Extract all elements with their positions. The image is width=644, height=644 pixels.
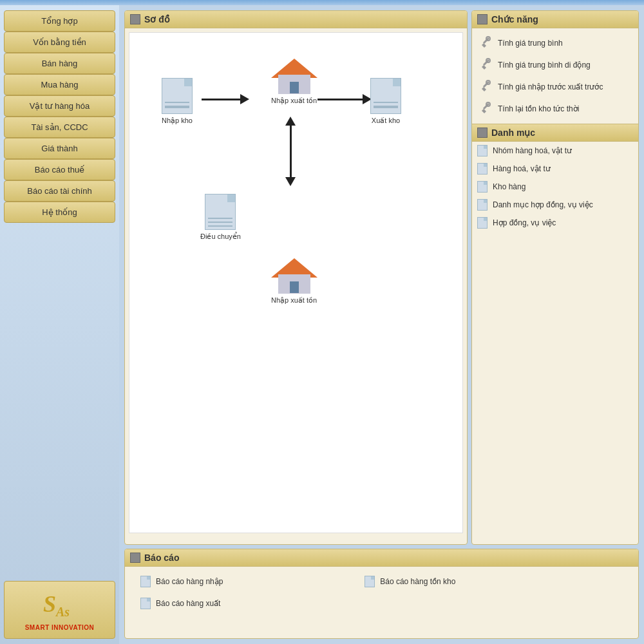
- sodo-icon: [130, 14, 140, 24]
- sidebar-item-tong-hop[interactable]: Tổng hợp: [4, 10, 115, 32]
- arrow-line-2: [317, 99, 363, 100]
- sidebar-item-mua-hang[interactable]: Mua hàng: [4, 74, 115, 95]
- tool-icon: [480, 36, 493, 50]
- sidebar-item-ban-hang[interactable]: Bán hàng: [4, 53, 115, 74]
- svg-marker-10: [482, 43, 486, 48]
- house-body-top: [278, 75, 310, 94]
- danh-muc-title: Danh mục: [491, 128, 535, 138]
- tool-icon: [480, 58, 493, 72]
- tool-icon: [480, 102, 493, 116]
- svg-rect-5: [136, 20, 139, 23]
- svg-rect-23: [483, 129, 486, 132]
- nhap-xuat-ton-bottom-icon: [275, 258, 314, 294]
- svg-rect-9: [483, 20, 486, 23]
- house-body-bottom: [278, 274, 310, 294]
- danh-muc-item[interactable]: Danh mục hợp đồng, vụ việc: [472, 196, 638, 214]
- svg-rect-2: [131, 15, 135, 19]
- sodo-diagram: Nhập kho: [129, 32, 463, 533]
- chuc-nang-item[interactable]: Tính giá nhập trước xuất trước: [475, 76, 636, 98]
- content-area: Sơ đồ Nhập kho: [119, 5, 644, 644]
- svg-rect-4: [131, 20, 135, 23]
- nhap-xuat-ton-top-node[interactable]: Nhập xuất tồn: [271, 59, 317, 105]
- chuc-nang-header: Chức năng: [472, 11, 638, 28]
- chuc-nang-label: Tính giá trung bình: [498, 39, 563, 48]
- svg-rect-3: [136, 15, 139, 19]
- chuc-nang-icon: [477, 14, 488, 24]
- logo-text: SMART INNOVATION: [25, 624, 95, 631]
- bao-cao-item-label: Báo cáo hàng nhập: [156, 577, 223, 586]
- bao-cao-item-label: Báo cáo hàng tồn kho: [380, 577, 455, 586]
- arrow-vertical: [285, 117, 296, 186]
- chuc-nang-panel: Chức năng Tính giá trung bìnhTính giá tr…: [471, 10, 639, 545]
- bao-cao-header: Báo cáo: [125, 549, 638, 567]
- sidebar-item-von-bang-tien[interactable]: Vốn bằng tiền: [4, 32, 115, 53]
- sodo-title: Sơ đồ: [144, 14, 170, 24]
- bao-cao-doc-icon: [365, 576, 375, 587]
- doc-small-icon: [477, 145, 488, 156]
- arrow-2: [317, 94, 372, 104]
- arrow-line-1: [202, 99, 240, 100]
- house-door-top: [290, 82, 299, 93]
- chuc-nang-item[interactable]: Tính giá trung bình: [475, 32, 636, 54]
- nhap-kho-label: Nhập kho: [162, 117, 193, 125]
- bao-cao-item[interactable]: Báo cáo hàng xuất: [135, 594, 357, 613]
- danh-muc-item[interactable]: Hợp đồng, vụ việc: [472, 214, 638, 232]
- danh-muc-item[interactable]: Hàng hoá, vật tư: [472, 160, 638, 178]
- sidebar-item-tai-san-ccdc[interactable]: Tài sản, CCDC: [4, 117, 115, 138]
- bao-cao-item[interactable]: Báo cáo hàng tồn kho: [359, 572, 581, 591]
- svg-rect-24: [478, 133, 482, 137]
- bao-cao-panel: Báo cáo Báo cáo hàng nhậpBáo cáo hàng tồ…: [124, 549, 639, 639]
- arrow-1: [202, 94, 249, 104]
- svg-rect-22: [478, 129, 482, 132]
- chuc-nang-label: Tính giá trung bình di động: [498, 61, 591, 70]
- svg-rect-6: [478, 15, 482, 19]
- svg-rect-7: [483, 15, 486, 19]
- xuat-kho-label: Xuất kho: [372, 117, 400, 125]
- dieu-chuyen-node[interactable]: Điều chuyển: [200, 194, 241, 241]
- bao-cao-doc-icon: [140, 576, 151, 587]
- bao-cao-doc-icon: [140, 598, 151, 609]
- danh-muc-content: Nhóm hàng hoá, vật tưHàng hoá, vật tưKho…: [472, 142, 638, 232]
- svg-rect-27: [131, 557, 139, 559]
- sidebar: Tổng hợpVốn bằng tiềnBán hàngMua hàngVật…: [0, 5, 119, 644]
- sidebar-item-bao-cao-tai-chinh[interactable]: Báo cáo tài chính: [4, 180, 115, 202]
- tool-icon: [480, 80, 493, 94]
- chuc-nang-item[interactable]: Tính giá trung bình di động: [475, 54, 636, 76]
- main-layout: Tổng hợpVốn bằng tiềnBán hàngMua hàngVật…: [0, 5, 644, 644]
- nhap-xuat-ton-top-label: Nhập xuất tồn: [271, 97, 317, 105]
- arrow-head-down: [285, 177, 296, 186]
- svg-marker-16: [482, 87, 486, 91]
- logo-area: S As SMART INNOVATION: [4, 581, 115, 639]
- xuat-kho-node[interactable]: Xuất kho: [370, 78, 401, 125]
- dieu-chuyen-label: Điều chuyển: [200, 232, 241, 241]
- chuc-nang-item[interactable]: Tính lại tồn kho tức thời: [475, 98, 636, 120]
- dieu-chuyen-icon: [205, 194, 236, 230]
- svg-marker-13: [482, 65, 486, 70]
- svg-rect-25: [483, 133, 486, 137]
- sidebar-item-bao-cao-thue[interactable]: Báo cáo thuế: [4, 159, 115, 180]
- chuc-nang-title: Chức năng: [491, 14, 538, 24]
- danh-muc-icon: [477, 128, 488, 138]
- svg-text:As: As: [55, 605, 70, 618]
- bao-cao-title: Báo cáo: [144, 553, 179, 563]
- danh-muc-item[interactable]: Nhóm hàng hoá, vật tư: [472, 142, 638, 160]
- danh-muc-label: Kho hàng: [493, 182, 526, 191]
- sidebar-item-he-thong[interactable]: Hệ thống: [4, 202, 115, 223]
- diagram: Nhập kho: [142, 46, 450, 520]
- nhap-xuat-ton-bottom-node[interactable]: Nhập xuất tồn: [271, 258, 317, 305]
- sidebar-item-gia-thanh[interactable]: Giá thành: [4, 138, 115, 159]
- chuc-nang-content: Tính giá trung bìnhTính giá trung bình d…: [472, 28, 638, 124]
- sidebar-item-vat-tu-hang-hoa[interactable]: Vật tư hàng hóa: [4, 95, 115, 117]
- danh-muc-item[interactable]: Kho hàng: [472, 178, 638, 196]
- doc-small-icon: [477, 181, 488, 193]
- nhap-kho-icon: [162, 78, 193, 114]
- bao-cao-item[interactable]: Báo cáo hàng nhập: [135, 572, 357, 591]
- danh-muc-label: Hợp đồng, vụ việc: [493, 218, 556, 227]
- bao-cao-icon: [130, 553, 140, 563]
- svg-rect-26: [131, 554, 139, 556]
- danh-muc-header: Danh mục: [472, 124, 638, 142]
- bao-cao-content: Báo cáo hàng nhậpBáo cáo hàng tồn khoBáo…: [125, 567, 638, 618]
- xuat-kho-icon: [370, 78, 401, 114]
- sodo-panel: Sơ đồ Nhập kho: [124, 10, 468, 545]
- nhap-kho-node[interactable]: Nhập kho: [162, 78, 193, 125]
